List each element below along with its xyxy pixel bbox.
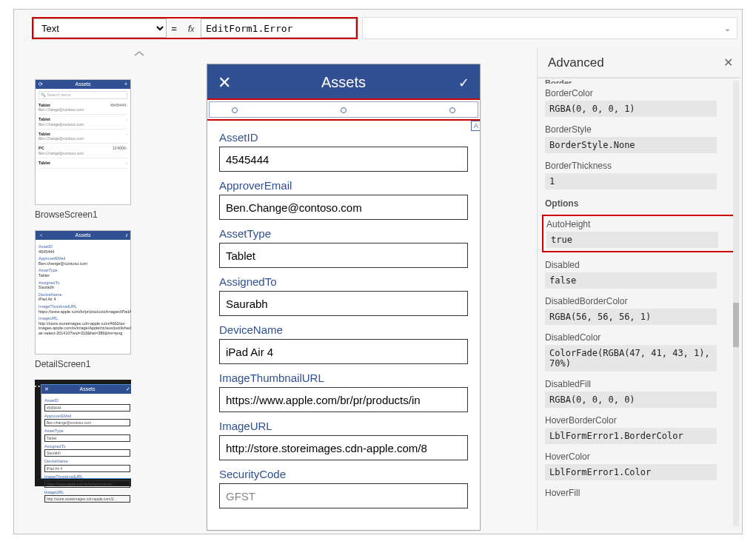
control-type-badge: A [471,121,481,131]
field-input[interactable] [219,195,468,220]
thumb-edit-selected[interactable]: ⋯ ✕Assets✓ AssetID4545444ApproverEMailBe… [35,380,131,486]
prop-label: Disabled [545,260,733,270]
field-label: ApproverEmail [219,179,468,192]
prop-row: BorderThickness1 [545,161,733,189]
thumb-detail[interactable]: ＜AssetsI AssetID4545444ApproverEMailBen.… [35,230,131,355]
list-item: AssignedToSaurabh [39,281,127,290]
list-item: ›PC124000Ben.Change@contoso.com [39,144,127,158]
thumb-detail-label: DetailScreen1 [35,359,131,369]
list-item: ImageURLhttp://store.storeimages.cdn-app… [44,490,130,503]
form-field: AssetType [219,227,468,268]
section-border: Border [538,78,740,84]
field-input[interactable] [219,339,468,364]
prop-label: DisabledBorderColor [545,296,733,306]
form-field: ImageThumbnailURL [219,372,468,412]
prop-row: DisabledColorColorFade(RGBA(47, 41, 43, … [545,332,733,372]
prop-autoheight-highlight: AutoHeight true [542,215,736,252]
prop-label: HoverFill [545,488,733,498]
form-field: DeviceName [219,323,468,364]
selection-highlight: A [207,98,481,121]
close-icon[interactable]: ✕ [723,56,733,70]
prop-value[interactable]: 1 [545,173,717,189]
selected-control[interactable] [209,101,478,118]
prop-label: DisabledColor [545,332,733,343]
prop-label: BorderColor [545,88,733,98]
advanced-panel: Advanced ✕ Border BorderColorRGBA(0, 0, … [537,48,740,531]
prop-value[interactable]: RGBA(56, 56, 56, 1) [545,309,717,325]
panel-collapse-toggle[interactable] [133,50,146,58]
prop-value[interactable]: BorderStyle.None [545,137,717,153]
plus-icon: + [124,81,127,87]
prop-row: Disabledfalse [545,260,733,289]
list-item: AssignedToSaurabh [44,444,130,457]
back-icon: ＜ [39,232,44,238]
advanced-scroll[interactable]: Border BorderColorRGBA(0, 0, 0, 1)Border… [538,78,740,531]
prop-value[interactable]: ColorFade(RGBA(47, 41, 43, 1), 70%) [545,345,717,372]
field-input[interactable] [219,147,468,172]
close-icon[interactable]: ✕ [218,73,231,93]
prop-value[interactable]: RGBA(0, 0, 0, 1) [545,101,717,117]
list-item: ›TabletBen.Change@contoso.com [39,130,127,144]
form-field: AssetID [219,131,468,172]
thumb-browse[interactable]: ⟳Assets+ 🔍 Search items ›Tablet4545444Be… [35,79,131,205]
close-icon: ✕ [44,386,49,392]
fx-icon[interactable]: fx [181,23,201,34]
field-label: AssetType [219,227,468,240]
prop-label: HoverBorderColor [545,415,733,426]
list-item: ApproverEMailBen.change@contoso.com [44,414,130,427]
field-input[interactable] [219,291,468,316]
prop-row: DisabledBorderColorRGBA(56, 56, 56, 1) [545,296,733,325]
field-label: AssetID [219,131,468,144]
check-icon[interactable]: ✓ [458,75,469,91]
form-field: AssignedTo [219,275,468,316]
chevron-down-icon[interactable]: ⌄ [724,24,731,33]
prop-value[interactable]: false [545,272,717,289]
field-input[interactable] [219,387,468,412]
formula-input[interactable] [201,19,356,38]
list-item: ImageThumbnailURLhttps://www.apple.com/b… [44,474,130,488]
list-item: ApproverEMailBen.change@contoso.com [39,256,127,266]
prop-label: DisabledFill [545,379,733,389]
form-field: SecurityCode [219,468,468,508]
field-label: DeviceName [219,323,468,336]
prop-row: HoverColorLblFormError1.Color [545,451,733,480]
form-field: ApproverEmail [219,179,468,220]
field-input[interactable] [219,243,468,268]
form-field: ImageURL [219,420,468,460]
prop-value[interactable]: true [546,232,718,248]
check-icon: ✓ [126,386,130,392]
scrollbar[interactable] [733,81,739,526]
refresh-icon: ⟳ [39,81,43,87]
field-input[interactable] [219,483,468,508]
list-item: ›Tablet [39,158,127,169]
list-item: AssetID4545444 [44,398,130,412]
advanced-header: Advanced ✕ [538,48,740,78]
prop-value[interactable]: LblFormError1.Color [545,464,717,480]
prop-row: HoverBorderColorLblFormError1.BorderColo… [545,415,733,444]
prop-label: AutoHeight [546,219,732,229]
prop-value[interactable]: LblFormError1.BorderColor [545,428,717,444]
resize-handle[interactable] [341,107,347,113]
field-label: AssignedTo [219,275,468,288]
more-icon[interactable]: ⋯ [35,384,39,389]
property-select[interactable]: Text [33,19,167,38]
prop-row: DisabledFillRGBA(0, 0, 0, 0) [545,379,733,408]
resize-handle[interactable] [449,107,455,113]
list-item: ›Tablet4545444Ben.Change@contoso.com [39,101,127,115]
formula-bar-extension[interactable]: ⌄ [362,17,737,39]
canvas[interactable]: ✕ Assets ✓ A AssetIDApproverEmailAssetTy… [207,64,481,531]
prop-row: BorderColorRGBA(0, 0, 0, 1) [545,88,733,117]
prop-value[interactable]: RGBA(0, 0, 0, 0) [545,392,717,408]
section-options: Options [545,198,733,209]
list-item: ›TabletBen.Change@contoso.com [39,115,127,130]
scrollbar-thumb[interactable] [733,303,739,347]
field-label: ImageThumbnailURL [219,372,468,384]
prop-label: BorderThickness [545,161,733,171]
resize-handle[interactable] [232,107,238,113]
app-frame: Text = fx ⌄ ⟳Assets+ 🔍 Search items ›Tab… [13,9,743,534]
field-input[interactable] [219,435,468,460]
field-label: ImageURL [219,420,468,432]
prop-row: BorderStyleBorderStyle.None [545,124,733,153]
prop-label: HoverColor [545,451,733,462]
form-header: ✕ Assets ✓ [207,64,480,100]
